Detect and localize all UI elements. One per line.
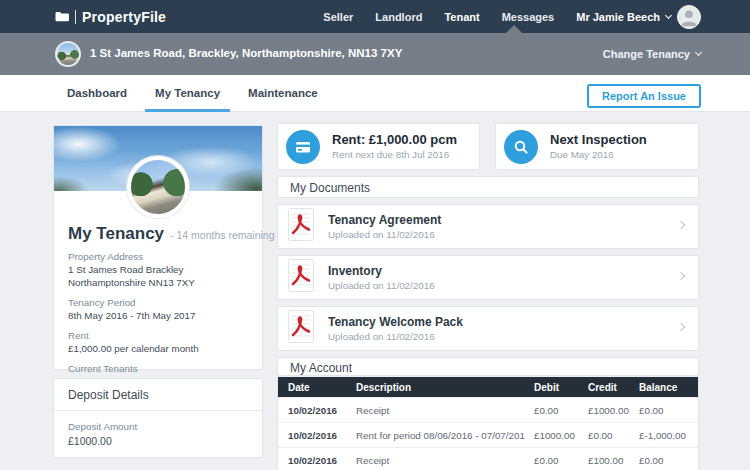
- cell-description: Rent for period 08/06/2016 - 07/07/2016: [346, 430, 524, 441]
- column-credit: Credit: [578, 382, 629, 393]
- field-label: Property Address: [68, 250, 252, 263]
- nav-messages[interactable]: Messages: [502, 11, 555, 23]
- document-text: Tenancy Agreement Uploaded on 11/02/2016: [328, 213, 678, 241]
- next-inspection-card: Next Inspection Due May 2016: [495, 123, 699, 170]
- rent-summary-card: Rent: £1,000.00 pcm Rent next due 8th Ju…: [277, 123, 480, 170]
- document-row-inventory[interactable]: Inventory Uploaded on 11/02/2016: [277, 255, 699, 300]
- magnifier-icon: [504, 130, 538, 164]
- inspection-title: Next Inspection: [550, 132, 647, 148]
- active-nav-notch: [506, 25, 522, 33]
- inspection-text: Next Inspection Due May 2016: [550, 132, 647, 161]
- deposit-amount-label: Deposit Amount: [68, 420, 248, 434]
- cell-balance: £-1,000.00: [629, 430, 700, 441]
- pdf-icon: [288, 259, 314, 296]
- avatar[interactable]: [677, 5, 701, 29]
- chevron-right-icon: [677, 272, 685, 280]
- deposit-body: Deposit Amount £1000.00: [54, 411, 262, 458]
- document-row-tenancy-agreement[interactable]: Tenancy Agreement Uploaded on 11/02/2016: [277, 204, 699, 249]
- cell-debit: £1000.00: [524, 430, 578, 441]
- nav-landlord[interactable]: Landlord: [375, 11, 422, 23]
- deposit-amount-value: £1000.00: [68, 434, 248, 449]
- profile-heading: My Tenancy - 14 months remaining: [68, 224, 275, 244]
- field-label: Tenancy Period: [68, 296, 252, 309]
- cell-debit: £0.00: [524, 455, 578, 466]
- field-value: 8th May 2016 - 7th May 2017: [68, 309, 252, 322]
- chevron-right-icon: [677, 323, 685, 331]
- document-name: Tenancy Welcome Pack: [328, 315, 678, 330]
- rent-title: Rent: £1,000.00 pcm: [332, 132, 457, 148]
- tenancy-profile-card: My Tenancy - 14 months remaining Propert…: [53, 125, 263, 370]
- document-row-tenancy-welcome-pack[interactable]: Tenancy Welcome Pack Uploaded on 11/02/2…: [277, 306, 699, 351]
- document-meta: Uploaded on 11/02/2016: [328, 330, 678, 343]
- nav-seller[interactable]: Seller: [323, 11, 353, 23]
- chevron-right-icon: [677, 221, 685, 229]
- document-text: Tenancy Welcome Pack Uploaded on 11/02/2…: [328, 315, 678, 343]
- column-debit: Debit: [524, 382, 578, 393]
- property-thumbnail: [55, 41, 81, 67]
- pdf-icon: [288, 208, 314, 245]
- document-name: Tenancy Agreement: [328, 213, 678, 228]
- document-meta: Uploaded on 11/02/2016: [328, 279, 678, 292]
- cell-credit: £100.00: [578, 455, 629, 466]
- cell-description: Receipt: [346, 455, 524, 466]
- profile-title: My Tenancy: [68, 224, 164, 244]
- column-balance: Balance: [629, 382, 700, 393]
- table-row[interactable]: 10/02/2016 Rent for period 08/06/2016 - …: [278, 422, 698, 447]
- tab-dashboard[interactable]: Dashboard: [53, 75, 141, 112]
- document-meta: Uploaded on 11/02/2016: [328, 228, 678, 241]
- chevron-down-icon: [665, 11, 672, 18]
- field-label: Rent: [68, 329, 252, 342]
- top-navbar: PropertyFile Seller Landlord Tenant Mess…: [0, 0, 750, 33]
- deposit-details-title: Deposit Details: [54, 379, 262, 411]
- account-table: Date Description Debit Credit Balance 10…: [277, 377, 699, 470]
- cell-balance: £0.00: [629, 455, 700, 466]
- property-address: 1 St James Road, Brackley, Northamptonsh…: [90, 47, 402, 59]
- inspection-subtitle: Due May 2016: [550, 148, 647, 161]
- rent-summary-text: Rent: £1,000.00 pcm Rent next due 8th Ju…: [332, 132, 457, 161]
- field-rent: Rent £1,000.00 per calendar month: [68, 329, 252, 355]
- cell-balance: £0.00: [629, 405, 700, 416]
- propertyfile-app: PropertyFile Seller Landlord Tenant Mess…: [0, 0, 750, 470]
- cell-date: 10/02/2016: [278, 405, 346, 416]
- table-row[interactable]: 10/02/2016 Receipt £0.00 £100.00 £0.00: [278, 447, 698, 470]
- cell-date: 10/02/2016: [278, 455, 346, 466]
- field-value: 1 St James Road Brackley Northamptonshir…: [68, 263, 252, 289]
- my-account-title: My Account: [277, 357, 699, 376]
- field-label: Current Tenants: [68, 362, 252, 375]
- tabs: Dashboard My Tenancy Maintenance: [53, 75, 332, 112]
- tab-my-tenancy[interactable]: My Tenancy: [141, 75, 234, 112]
- table-row[interactable]: 10/02/2016 Receipt £0.00 £1000.00 £0.00: [278, 397, 698, 422]
- column-description: Description: [346, 382, 524, 393]
- credit-card-icon: [286, 130, 320, 164]
- field-property-address: Property Address 1 St James Road Brackle…: [68, 250, 252, 289]
- column-date: Date: [278, 382, 346, 393]
- folder-icon: [55, 11, 69, 22]
- tab-maintenance[interactable]: Maintenance: [234, 75, 332, 112]
- user-name: Mr Jamie Beech: [576, 11, 660, 23]
- report-an-issue-button[interactable]: Report An Issue: [587, 84, 701, 108]
- property-bar: 1 St James Road, Brackley, Northamptonsh…: [0, 33, 750, 75]
- cell-credit: £0.00: [578, 430, 629, 441]
- property-photo: [127, 156, 189, 218]
- field-tenancy-period: Tenancy Period 8th May 2016 - 7th May 20…: [68, 296, 252, 322]
- rent-subtitle: Rent next due 8th Jul 2016: [332, 148, 457, 161]
- tenancy-remaining: - 14 months remaining: [170, 229, 274, 241]
- cell-debit: £0.00: [524, 405, 578, 416]
- user-menu[interactable]: Mr Jamie Beech: [576, 5, 701, 29]
- document-name: Inventory: [328, 264, 678, 279]
- app-logo[interactable]: PropertyFile: [55, 0, 166, 33]
- cell-description: Receipt: [346, 405, 524, 416]
- field-value: £1,000.00 per calendar month: [68, 342, 252, 355]
- chevron-down-icon: [695, 49, 702, 56]
- my-documents-title: My Documents: [277, 176, 699, 198]
- cell-credit: £1000.00: [578, 405, 629, 416]
- account-table-header: Date Description Debit Credit Balance: [278, 377, 698, 397]
- change-tenancy-label: Change Tenancy: [603, 48, 690, 60]
- logo-text: PropertyFile: [82, 9, 166, 25]
- profile-fields: Property Address 1 St James Road Brackle…: [68, 250, 252, 395]
- document-text: Inventory Uploaded on 11/02/2016: [328, 264, 678, 292]
- nav-tenant[interactable]: Tenant: [444, 11, 479, 23]
- change-tenancy-button[interactable]: Change Tenancy: [603, 33, 701, 75]
- cell-date: 10/02/2016: [278, 430, 346, 441]
- tab-bar: Dashboard My Tenancy Maintenance Report …: [0, 75, 750, 112]
